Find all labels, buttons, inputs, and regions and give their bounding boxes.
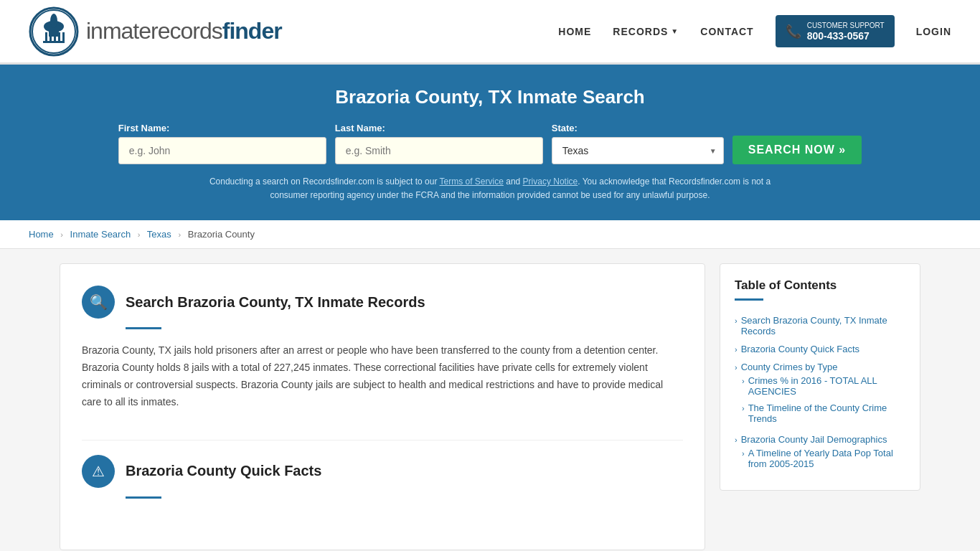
- state-select[interactable]: Texas: [552, 137, 724, 164]
- search-section-icon: 🔍: [82, 286, 115, 319]
- first-name-label: First Name:: [118, 123, 170, 133]
- toc-sub-link-3-2[interactable]: › The Timeline of the County Crime Trend…: [742, 402, 905, 424]
- main-content: 🔍 Search Brazoria County, TX Inmate Reco…: [31, 263, 949, 550]
- main-nav: HOME RECORDS ▼ CONTACT 📞 CUSTOMER SUPPOR…: [558, 15, 951, 47]
- toc-chevron-1: ›: [735, 316, 738, 325]
- state-group: State: Texas: [552, 123, 724, 164]
- hero-section: Brazoria County, TX Inmate Search First …: [0, 65, 980, 220]
- quick-facts-title: Brazoria County Quick Facts: [126, 463, 321, 479]
- toc-chevron-4: ›: [735, 435, 738, 444]
- logo-text: inmaterecordsfinder: [86, 18, 282, 44]
- toc-chevron-3: ›: [735, 363, 738, 372]
- content-left: 🔍 Search Brazoria County, TX Inmate Reco…: [60, 263, 705, 550]
- first-name-input[interactable]: [118, 137, 326, 164]
- breadcrumb-inmate-search[interactable]: Inmate Search: [70, 229, 131, 240]
- support-box[interactable]: 📞 CUSTOMER SUPPORT 800-433-0567: [776, 15, 895, 47]
- toc-sub-list-3: › Crimes % in 2016 - TOTAL ALL AGENCIES …: [742, 372, 905, 427]
- toc-link-1[interactable]: › Search Brazoria County, TX Inmate Reco…: [735, 315, 905, 336]
- toc-sub-item-3-2: › The Timeline of the County Crime Trend…: [742, 400, 905, 427]
- privacy-link[interactable]: Privacy Notice: [523, 176, 578, 187]
- state-select-wrapper: Texas: [552, 137, 724, 164]
- state-label: State:: [552, 123, 578, 133]
- svg-rect-9: [43, 41, 65, 43]
- search-section-header: 🔍 Search Brazoria County, TX Inmate Reco…: [82, 286, 683, 319]
- last-name-input[interactable]: [335, 137, 543, 164]
- toc-sub-chevron-4-1: ›: [742, 449, 745, 458]
- quick-facts-header: ⚠ Brazoria County Quick Facts: [82, 455, 683, 488]
- toc-list: › Search Brazoria County, TX Inmate Reco…: [735, 311, 905, 476]
- breadcrumb-home[interactable]: Home: [29, 229, 54, 240]
- hero-title: Brazoria County, TX Inmate Search: [29, 86, 951, 108]
- toc-sub-chevron-3-2: ›: [742, 404, 745, 413]
- toc-sub-chevron-3-1: ›: [742, 377, 745, 385]
- breadcrumb-state[interactable]: Texas: [147, 229, 171, 240]
- logo-area: inmaterecordsfinder: [29, 6, 282, 57]
- nav-home[interactable]: HOME: [558, 26, 591, 37]
- toc-underline: [735, 298, 763, 301]
- breadcrumb-sep-1: ›: [60, 230, 63, 239]
- svg-rect-7: [58, 32, 60, 41]
- toc-item-1: › Search Brazoria County, TX Inmate Reco…: [735, 311, 905, 340]
- last-name-group: Last Name:: [335, 123, 543, 164]
- search-section-body: Brazoria County, TX jails hold prisoners…: [82, 342, 683, 425]
- toc-sub-link-4-1[interactable]: › A Timeline of Yearly Data Pop Total fr…: [742, 448, 905, 469]
- svg-rect-4: [45, 32, 47, 41]
- quick-facts-section: ⚠ Brazoria County Quick Facts: [82, 455, 683, 499]
- svg-rect-5: [50, 32, 52, 41]
- toc-sub-link-3-1[interactable]: › Crimes % in 2016 - TOTAL ALL AGENCIES: [742, 375, 905, 397]
- nav-records[interactable]: RECORDS ▼: [613, 26, 679, 37]
- table-of-contents: Table of Contents › Search Brazoria Coun…: [720, 263, 920, 491]
- quick-facts-underline: [126, 496, 161, 499]
- last-name-label: Last Name:: [335, 123, 385, 133]
- breadcrumb: Home › Inmate Search › Texas › Brazoria …: [0, 220, 980, 249]
- quick-facts-icon-circle: ⚠: [82, 455, 115, 488]
- breadcrumb-sep-3: ›: [178, 230, 181, 239]
- toc-link-3[interactable]: › County Crimes by Type: [735, 362, 905, 372]
- svg-rect-8: [62, 32, 65, 41]
- toc-link-2[interactable]: › Brazoria County Quick Facts: [735, 344, 905, 354]
- magnifier-icon: 🔍: [90, 293, 108, 311]
- support-label: CUSTOMER SUPPORT: [807, 21, 885, 30]
- search-section-title: Search Brazoria County, TX Inmate Record…: [126, 294, 425, 311]
- toc-sub-list-4: › A Timeline of Yearly Data Pop Total fr…: [742, 445, 905, 472]
- site-header: inmaterecordsfinder HOME RECORDS ▼ CONTA…: [0, 0, 980, 65]
- toc-link-4[interactable]: › Brazoria County Jail Demographics: [735, 434, 905, 445]
- toc-item-3: › County Crimes by Type › Crimes % in 20…: [735, 358, 905, 430]
- breadcrumb-current: Brazoria County: [188, 229, 255, 240]
- tos-link[interactable]: Terms of Service: [440, 176, 504, 187]
- nav-login[interactable]: LOGIN: [916, 26, 951, 37]
- chevron-down-icon: ▼: [671, 27, 679, 35]
- search-button[interactable]: SEARCH NOW »: [732, 136, 862, 164]
- toc-sub-item-3-1: › Crimes % in 2016 - TOTAL ALL AGENCIES: [742, 372, 905, 400]
- search-title-underline: [126, 327, 161, 329]
- toc-sub-item-4-1: › A Timeline of Yearly Data Pop Total fr…: [742, 445, 905, 472]
- toc-chevron-2: ›: [735, 345, 738, 354]
- search-form: First Name: Last Name: State: Texas SEAR…: [29, 123, 951, 164]
- support-number: 800-433-0567: [807, 30, 885, 42]
- toc-item-2: › Brazoria County Quick Facts: [735, 340, 905, 358]
- svg-rect-6: [54, 32, 56, 41]
- phone-icon: 📞: [786, 24, 801, 39]
- logo-icon: [29, 6, 79, 57]
- breadcrumb-sep-2: ›: [138, 230, 141, 239]
- toc-item-4: › Brazoria County Jail Demographics › A …: [735, 430, 905, 476]
- nav-contact[interactable]: CONTACT: [700, 26, 753, 37]
- warning-icon: ⚠: [92, 463, 105, 480]
- first-name-group: First Name:: [118, 123, 326, 164]
- toc-title: Table of Contents: [735, 278, 905, 293]
- hero-disclaimer: Conducting a search on Recordsfinder.com…: [203, 175, 777, 202]
- section-divider: [82, 440, 683, 441]
